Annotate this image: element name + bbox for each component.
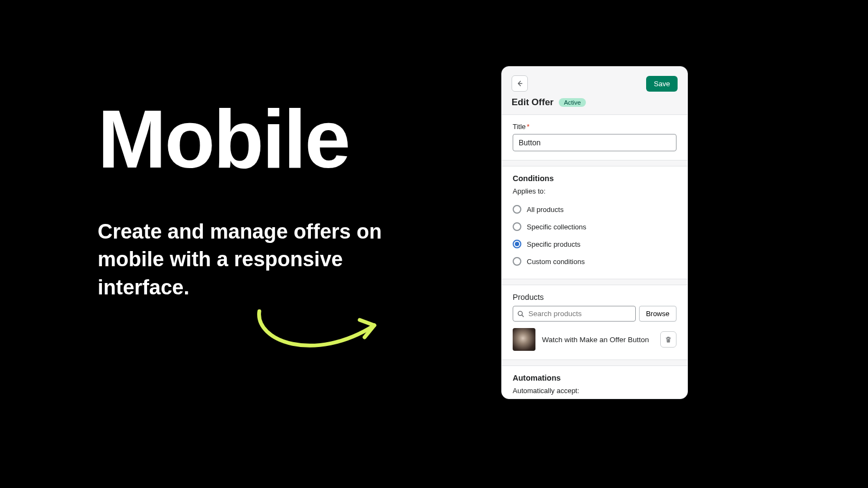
radio-label: All products (527, 206, 564, 214)
radio-label: Specific collections (527, 223, 586, 231)
save-button[interactable]: Save (646, 76, 678, 92)
conditions-card: Conditions Applies to: All productsSpeci… (502, 166, 687, 279)
radio-indicator (513, 205, 521, 214)
products-card: Products Browse Watch with Make an Offer… (502, 285, 687, 360)
arrow-illustration (250, 304, 391, 363)
radio-group: All productsSpecific collectionsSpecific… (513, 201, 676, 270)
top-bar: Save (502, 67, 687, 97)
radio-option[interactable]: All products (513, 201, 676, 218)
back-button[interactable] (512, 75, 528, 92)
automations-heading: Automations (513, 374, 676, 382)
remove-product-button[interactable] (660, 331, 676, 348)
status-badge: Active (559, 98, 585, 107)
search-icon (517, 310, 525, 318)
conditions-heading: Conditions (513, 174, 676, 183)
mobile-mock: Save Edit Offer Active Title* Conditions… (501, 66, 688, 399)
required-asterisk: * (527, 123, 529, 131)
radio-indicator (513, 222, 521, 231)
radio-indicator (513, 240, 521, 248)
hero-subtitle: Create and manage offers on mobile with … (98, 218, 423, 301)
radio-option[interactable]: Specific products (513, 235, 676, 253)
title-label: Title* (513, 123, 676, 131)
page-title: Edit Offer (512, 97, 553, 108)
trash-icon (665, 336, 672, 343)
radio-label: Specific products (527, 240, 580, 248)
applies-to-label: Applies to: (513, 187, 676, 195)
automations-card: Automations Automatically accept: FixedP… (502, 365, 687, 399)
product-search-input[interactable] (513, 306, 636, 322)
browse-button[interactable]: Browse (639, 306, 676, 322)
radio-option[interactable]: Specific collections (513, 218, 676, 235)
radio-indicator (513, 257, 521, 266)
auto-accept-label: Automatically accept: (513, 387, 676, 395)
hero-title: Mobile (98, 98, 423, 180)
product-thumbnail (513, 328, 535, 351)
arrow-left-icon (516, 80, 524, 87)
title-card: Title* (502, 114, 687, 160)
products-heading: Products (513, 293, 676, 301)
title-input[interactable] (513, 134, 676, 151)
radio-label: Custom conditions (527, 258, 585, 266)
product-row: Watch with Make an Offer Button (513, 328, 676, 351)
product-name: Watch with Make an Offer Button (542, 336, 654, 344)
radio-option[interactable]: Custom conditions (513, 253, 676, 270)
